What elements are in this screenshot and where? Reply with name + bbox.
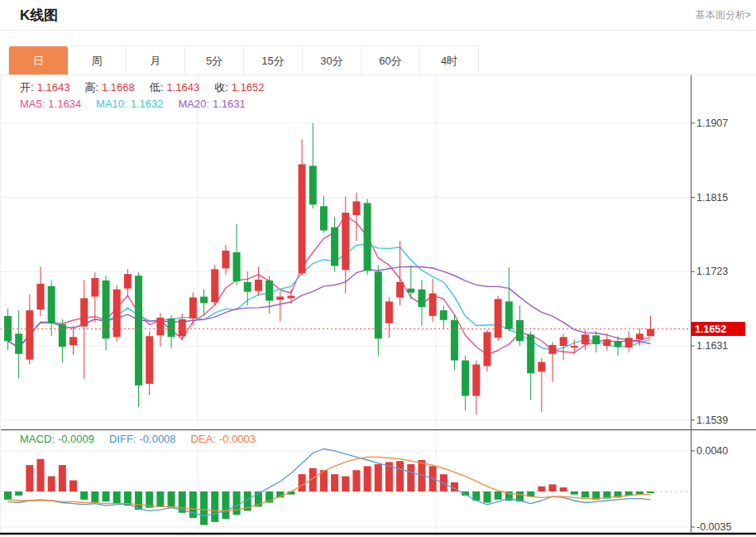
- tab-4hour[interactable]: 4时: [420, 46, 479, 75]
- macd-bar: [4, 491, 12, 500]
- tab-day[interactable]: 日: [9, 46, 68, 75]
- macd-bar: [299, 474, 306, 491]
- legend-open-value: 1.1643: [37, 81, 70, 93]
- price-axis-label: 1.1907: [696, 117, 728, 129]
- price-axis-label: 1.1723: [696, 266, 728, 277]
- legend-open: 开:1.1643: [20, 80, 73, 95]
- candle-body: [299, 165, 306, 274]
- candle-body: [287, 296, 294, 299]
- diff-line: [8, 449, 651, 516]
- candle-body: [396, 282, 404, 298]
- page-title: K线图: [20, 6, 58, 25]
- macd-bar: [495, 491, 502, 500]
- legend-ma20: MA20:1.1631: [178, 98, 248, 110]
- macd-bar: [15, 491, 22, 496]
- legend-close-value: 1.1652: [232, 81, 265, 93]
- legend-low: 低:1.1643: [150, 80, 203, 95]
- candle-body: [636, 333, 644, 339]
- tab-60min[interactable]: 60分: [361, 46, 420, 75]
- candle-body: [135, 276, 142, 386]
- macd-bar: [69, 481, 77, 491]
- candle-body: [364, 203, 371, 271]
- candle-body: [26, 310, 33, 360]
- macd-bar: [483, 491, 490, 502]
- macd-bar: [211, 491, 218, 522]
- kline-page: 1.19071.18151.17231.16311.15391.16520.00…: [0, 0, 756, 537]
- legend-close-label: 收:: [214, 81, 228, 93]
- macd-bar: [233, 491, 241, 515]
- legend-ma5-label: MA5:: [20, 98, 45, 110]
- macd-bar: [200, 491, 208, 525]
- macd-bar: [113, 491, 121, 504]
- legend-dea-value: -0.0003: [219, 433, 256, 445]
- macd-bar: [91, 491, 98, 502]
- macd-bar: [352, 470, 360, 491]
- candle-body: [407, 289, 414, 293]
- candle-body: [48, 286, 55, 324]
- candle-body: [615, 341, 622, 347]
- legend-macd-label: MACD:: [20, 433, 55, 445]
- legend-high-label: 高:: [84, 81, 98, 93]
- legend-ma5-value: 1.1634: [48, 98, 81, 110]
- macd-bar: [560, 487, 567, 491]
- candle-body: [549, 345, 557, 354]
- candle-body: [168, 319, 175, 337]
- candle-body: [222, 251, 229, 268]
- legend-diff: DIFF:-0.0008: [109, 433, 179, 445]
- candle-body: [472, 364, 480, 396]
- tab-15min[interactable]: 15分: [244, 46, 303, 75]
- candle-body: [429, 294, 437, 316]
- candle-body: [69, 337, 77, 345]
- tab-month[interactable]: 月: [127, 46, 185, 75]
- candle-body: [200, 296, 208, 303]
- candle-body: [211, 269, 218, 302]
- macd-legend: MACD:-0.0009DIFF:-0.0008DEA:-0.0003: [20, 433, 270, 445]
- candle-body: [179, 319, 186, 336]
- header-divider: [0, 30, 756, 31]
- candle-body: [37, 284, 45, 309]
- candle-body: [571, 346, 578, 348]
- candle-body: [352, 201, 360, 215]
- legend-diff-value: -0.0008: [139, 433, 175, 445]
- fundamental-analysis-link[interactable]: 基本面分析>: [696, 8, 751, 22]
- candle-body: [244, 282, 251, 292]
- candle-body: [146, 336, 153, 384]
- tab-5min[interactable]: 5分: [185, 46, 244, 75]
- candle-body: [233, 252, 241, 281]
- candle-body: [495, 299, 502, 338]
- macd-bar: [103, 491, 110, 501]
- candle-body: [255, 280, 262, 291]
- tab-30min[interactable]: 30分: [303, 46, 361, 75]
- macd-bar: [396, 461, 404, 491]
- legend-ma10-label: MA10:: [96, 98, 127, 110]
- candle-body: [462, 361, 469, 396]
- candle-body: [538, 362, 545, 372]
- candle-body: [592, 335, 600, 344]
- legend-low-value: 1.1643: [166, 81, 199, 93]
- macd-bar: [647, 491, 654, 493]
- price-axis-label: 1.1631: [696, 340, 728, 352]
- ma-legend: MA5:1.1634MA10:1.1632MA20:1.1631: [20, 98, 261, 110]
- macd-bar: [571, 491, 578, 495]
- candle-body: [15, 333, 22, 353]
- legend-low-label: 低:: [150, 81, 164, 93]
- legend-close: 收:1.1652: [214, 80, 267, 95]
- macd-bar: [168, 491, 175, 508]
- legend-open-label: 开:: [20, 81, 34, 93]
- candle-body: [625, 338, 633, 348]
- legend-diff-label: DIFF:: [109, 433, 136, 445]
- macd-bar: [26, 465, 33, 491]
- tab-week[interactable]: 周: [68, 46, 127, 75]
- candle-body: [647, 329, 654, 337]
- macd-bar: [581, 491, 589, 497]
- macd-bar: [37, 459, 45, 491]
- candle-body: [189, 297, 197, 318]
- candle-body: [113, 290, 121, 338]
- macd-axis-label: -0.0035: [696, 521, 731, 533]
- candle-body: [505, 301, 513, 328]
- legend-ma5: MA5:1.1634: [20, 98, 84, 110]
- legend-dea-label: DEA:: [191, 433, 216, 445]
- legend-macd: MACD:-0.0009: [20, 433, 98, 445]
- legend-ma10-value: 1.1632: [131, 98, 164, 110]
- macd-bar: [538, 487, 545, 491]
